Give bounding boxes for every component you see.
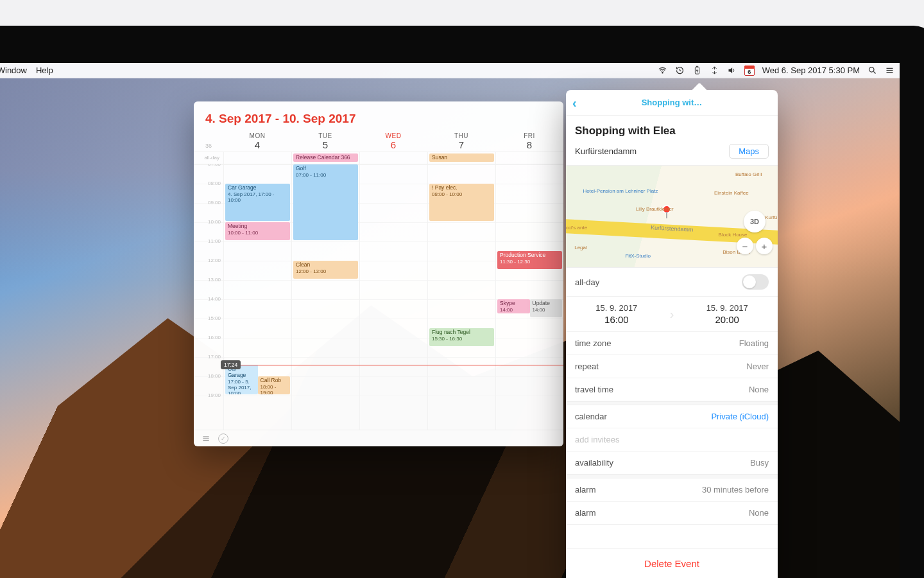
day-header-tue[interactable]: TUE5 xyxy=(291,132,359,152)
event-location-row: Kurfürstendamm Maps xyxy=(566,144,778,165)
event-detail-popover: ‹ Shopping wit… Shopping with Elea Kurfü… xyxy=(566,90,778,578)
menu-window[interactable]: Window xyxy=(0,66,27,75)
alarm-row-2[interactable]: alarmNone xyxy=(566,502,778,525)
menu-help[interactable]: Help xyxy=(36,66,53,75)
day-header-fri[interactable]: FRI8 xyxy=(495,132,563,152)
allday-wed[interactable] xyxy=(359,152,427,164)
allday-row: all-day xyxy=(566,268,778,297)
allday-event[interactable]: Susan xyxy=(429,153,494,162)
allday-fri[interactable] xyxy=(495,152,563,164)
map-poi-label: Buffalo Grill xyxy=(735,171,762,177)
travel-time-row[interactable]: travel timeNone xyxy=(566,378,778,401)
allday-label: all-day xyxy=(575,277,599,287)
map-zoom-out-button[interactable]: − xyxy=(737,238,753,254)
day-column-thu[interactable]: ! Pay elec.08:00 - 10:00Flug nach Tegel1… xyxy=(427,164,495,430)
allday-label: all-day xyxy=(194,152,223,164)
checkmark-icon[interactable]: ✓ xyxy=(218,434,228,444)
sync-icon[interactable] xyxy=(710,66,719,75)
wifi-icon[interactable] xyxy=(658,66,667,75)
day-header-wed[interactable]: WED6 xyxy=(359,132,427,152)
event-end[interactable]: 15. 9. 2017 20:00 xyxy=(676,303,778,325)
allday-row: all-day Release Calendar 366 Susan xyxy=(194,152,563,164)
map-poi-label: cci's ante xyxy=(566,225,587,231)
arrow-icon: › xyxy=(667,307,677,322)
allday-event[interactable]: Release Calendar 366 xyxy=(293,153,358,162)
event-start[interactable]: 15. 9. 2017 16:00 xyxy=(566,303,667,325)
delete-event-button[interactable]: Delete Event xyxy=(566,548,778,578)
svg-marker-3 xyxy=(696,69,698,73)
map-zoom-in-button[interactable]: + xyxy=(756,238,773,254)
calendar-event[interactable]: Golf07:00 - 11:00 xyxy=(293,164,358,240)
calendar-event[interactable]: Car Garage4. Sep 2017, 17:00 - 10:00 xyxy=(225,184,290,221)
calendar-window: 4. Sep 2017 - 10. Sep 2017 36 MON4 TUE5 … xyxy=(194,101,563,446)
day-column-tue[interactable]: Golf07:00 - 11:00Clean12:00 - 13:00 xyxy=(291,164,359,430)
svg-line-8 xyxy=(873,71,875,73)
calendar-event[interactable]: Meeting10:00 - 11:00 xyxy=(225,222,290,240)
day-column-wed[interactable] xyxy=(359,164,427,430)
timezone-row[interactable]: time zoneFloating xyxy=(566,332,778,355)
calendar-event[interactable]: Call Rob18:00 - 19:00 xyxy=(258,376,291,394)
event-title[interactable]: Shopping with Elea xyxy=(566,116,778,144)
menu-bar-menus: r File Edit View Go Window Help xyxy=(0,66,53,75)
notification-center-icon[interactable] xyxy=(885,66,894,75)
calendar-event[interactable]: Skype14:00 xyxy=(497,299,530,313)
svg-marker-6 xyxy=(728,67,732,73)
menu-bar-status: Wed 6. Sep 2017 5:30 PM xyxy=(658,66,894,76)
svg-rect-2 xyxy=(696,66,698,67)
alarm-row-1[interactable]: alarm30 minutes before xyxy=(566,478,778,502)
map-3d-button[interactable]: 3D xyxy=(744,211,766,232)
calendar-row[interactable]: calendarPrivate (iCloud) xyxy=(566,405,778,428)
open-maps-button[interactable]: Maps xyxy=(729,144,769,159)
invitees-row[interactable]: add invitees xyxy=(566,428,778,451)
battery-icon[interactable] xyxy=(692,66,702,75)
day-header-thu[interactable]: THU7 xyxy=(427,132,495,152)
calendar-event[interactable]: Clean12:00 - 13:00 xyxy=(293,261,358,279)
availability-row[interactable]: availabilityBusy xyxy=(566,451,778,475)
timemachine-icon[interactable] xyxy=(675,66,685,75)
now-time-badge: 17:24 xyxy=(221,360,241,369)
laptop-frame: r File Edit View Go Window Help Wed 6. S… xyxy=(0,26,924,578)
calendar-grid[interactable]: 07:0008:0009:0010:0011:0012:0013:0014:00… xyxy=(194,164,563,430)
svg-point-0 xyxy=(662,73,663,73)
popover-header: ‹ Shopping wit… xyxy=(566,90,778,116)
calendar-day-headers: 36 MON4 TUE5 WED6 THU7 FRI8 xyxy=(194,132,563,152)
day-column-mon[interactable]: Car Garage4. Sep 2017, 17:00 - 10:00Meet… xyxy=(223,164,291,430)
calendar-event[interactable]: ! Pay elec.08:00 - 10:00 xyxy=(429,184,494,221)
day-header-mon[interactable]: MON4 xyxy=(223,132,291,152)
invitees-placeholder[interactable]: add invitees xyxy=(575,435,619,444)
calendar-event[interactable]: Update14:00 xyxy=(530,299,563,317)
popover-header-title: Shopping wit… xyxy=(642,98,703,107)
event-map[interactable]: Kurfürstendamm Buffalo GrillEinstein Kaf… xyxy=(566,165,778,268)
map-poi-label: Legal xyxy=(574,245,587,250)
calendar-event[interactable]: Production Service11:30 - 12:30 xyxy=(497,251,562,269)
event-dates-row[interactable]: 15. 9. 2017 16:00 › 15. 9. 2017 20:00 xyxy=(566,297,778,332)
week-number: 36 xyxy=(194,143,223,152)
allday-mon[interactable] xyxy=(223,152,291,164)
calendar-event[interactable]: Flug nach Tegel15:30 - 16:30 xyxy=(429,328,494,346)
menubar-clock[interactable]: Wed 6. Sep 2017 5:30 PM xyxy=(762,66,860,75)
back-button[interactable]: ‹ xyxy=(572,96,577,109)
volume-icon[interactable] xyxy=(727,66,737,75)
allday-thu[interactable]: Susan xyxy=(427,152,495,164)
map-poi-label: Lilly Brautkleider xyxy=(636,206,674,212)
event-location[interactable]: Kurfürstendamm xyxy=(575,146,637,156)
map-poi-label: Hotel-Pension am Lehniner Platz xyxy=(583,188,658,194)
calendar-footer: ✓ xyxy=(194,430,563,446)
allday-tue[interactable]: Release Calendar 366 xyxy=(291,152,359,164)
svg-point-7 xyxy=(869,67,875,73)
calendar-title: 4. Sep 2017 - 10. Sep 2017 xyxy=(194,101,563,132)
allday-toggle[interactable] xyxy=(742,274,769,290)
menu-bar: r File Edit View Go Window Help Wed 6. S… xyxy=(0,63,900,78)
hamburger-icon[interactable] xyxy=(200,433,212,444)
map-poi-label: FitX-Studio xyxy=(625,253,651,259)
day-column-fri[interactable]: Production Service11:30 - 12:30Skype14:0… xyxy=(495,164,563,430)
spotlight-icon[interactable] xyxy=(868,66,877,75)
screen: r File Edit View Go Window Help Wed 6. S… xyxy=(0,63,900,578)
map-poi-label: Einstein Kaffee xyxy=(714,190,749,196)
repeat-row[interactable]: repeatNever xyxy=(566,355,778,378)
menubar-calendar-icon[interactable] xyxy=(744,66,755,76)
